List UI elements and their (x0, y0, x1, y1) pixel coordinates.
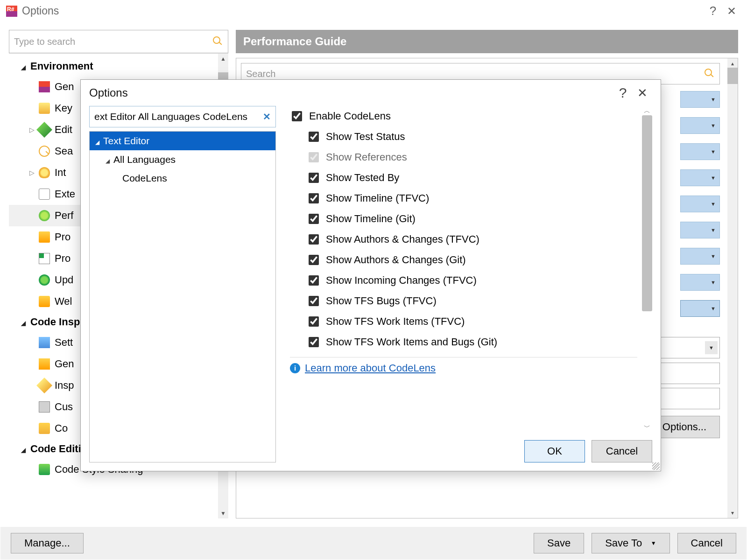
chevron-down-icon: ▼ (711, 306, 716, 311)
setting-dropdown-1[interactable]: ▼ (680, 91, 720, 108)
setting-dropdown-9[interactable]: ▼ (680, 300, 720, 317)
update-icon (39, 274, 50, 286)
tree-group-environment[interactable]: Environment (9, 56, 228, 76)
chevron-down-icon: ▼ (711, 97, 716, 102)
chevron-down-icon: ▼ (711, 280, 716, 285)
chevron-down-icon: ▼ (705, 341, 718, 354)
checkbox-show-timeline-tfvc[interactable]: Show Timeline (TFVC) (290, 188, 652, 209)
setting-dropdown-5[interactable]: ▼ (680, 196, 720, 212)
scroll-down-icon[interactable]: ▾ (727, 510, 738, 516)
dialog-search-text: ext Editor All Languages CodeLens (94, 111, 247, 122)
scroll-thumb[interactable] (727, 68, 738, 84)
options-search-input[interactable]: Type to search (9, 30, 228, 53)
scroll-down-icon[interactable]: ﹀ (642, 423, 652, 432)
custom-icon (39, 401, 50, 413)
user-icon (39, 337, 50, 348)
setting-dropdown-2[interactable]: ▼ (680, 117, 720, 134)
checkbox-show-tfs-workitems[interactable]: Show TFS Work Items (TFVC) (290, 311, 652, 332)
search-placeholder: Type to search (14, 36, 75, 47)
chevron-down-icon: ▼ (711, 149, 716, 154)
checkbox-show-tested-by[interactable]: Show Tested By (290, 168, 652, 188)
setting-dropdown-6[interactable]: ▼ (680, 222, 720, 238)
resharper-logo-icon (6, 6, 17, 17)
bulb-icon (39, 167, 50, 178)
dialog-help-button[interactable]: ? (613, 85, 633, 101)
dialog-close-button[interactable]: ✕ (633, 86, 652, 100)
info-row: i Learn more about CodeLens (290, 362, 652, 374)
chevron-down-icon: ▼ (711, 175, 716, 181)
cancel-button[interactable]: Cancel (677, 533, 736, 553)
checkbox-show-authors-git[interactable]: Show Authors & Changes (Git) (290, 250, 652, 270)
checkbox-show-references[interactable]: Show References (290, 147, 652, 168)
search-icon (213, 36, 223, 47)
divider (290, 357, 637, 357)
setting-dropdown-8[interactable]: ▼ (680, 274, 720, 291)
code-icon (39, 423, 50, 434)
pencil-icon (36, 122, 52, 138)
info-icon: i (290, 363, 300, 373)
extension-icon (39, 189, 50, 200)
chevron-down-icon: ▼ (711, 123, 716, 128)
setting-dropdown-4[interactable]: ▼ (680, 169, 720, 186)
performance-icon (39, 210, 50, 221)
dialog-tree: Text Editor All Languages CodeLens (89, 131, 276, 462)
search-icon (39, 146, 50, 157)
checkbox-show-authors-tfvc[interactable]: Show Authors & Changes (TFVC) (290, 229, 652, 250)
setting-dropdown-3[interactable]: ▼ (680, 143, 720, 160)
learn-more-link[interactable]: Learn more about CodeLens (305, 362, 436, 374)
options-scrollbar[interactable]: ︿ ﹀ (642, 106, 652, 433)
scroll-down-icon[interactable]: ▼ (218, 510, 228, 517)
panel-title: Performance Guide (236, 30, 738, 53)
grid-icon (39, 253, 50, 264)
resharper-icon (39, 81, 50, 92)
checkbox-show-test-status[interactable]: Show Test Status (290, 126, 652, 147)
pencil-icon (36, 378, 52, 393)
dialog-tree-text-editor[interactable]: Text Editor (90, 132, 275, 150)
checkbox-show-incoming-tfvc[interactable]: Show Incoming Changes (TFVC) (290, 270, 652, 291)
panel-scrollbar[interactable]: ▴▾ (727, 58, 738, 518)
resize-grip[interactable] (652, 462, 660, 470)
dialog-tree-codelens[interactable]: CodeLens (90, 169, 275, 188)
scroll-thumb[interactable] (642, 115, 652, 311)
dialog-search-input[interactable]: ext Editor All Languages CodeLens ✕ (89, 106, 276, 127)
chevron-down-icon: ▼ (651, 540, 656, 546)
chevron-down-icon: ▼ (711, 227, 716, 233)
key-icon (39, 103, 50, 114)
search-icon (705, 69, 715, 79)
save-to-button[interactable]: Save To ▼ (592, 533, 669, 553)
checkbox-show-tfs-bugs[interactable]: Show TFS Bugs (TFVC) (290, 291, 652, 311)
scroll-up-icon[interactable]: ︿ (642, 107, 652, 115)
save-button[interactable]: Save (534, 533, 584, 553)
dialog-cancel-button[interactable]: Cancel (592, 440, 652, 462)
window-title: Options (22, 5, 704, 17)
dialog-ok-button[interactable]: OK (524, 440, 585, 462)
window-close-button[interactable]: ✕ (722, 5, 741, 18)
window-help-button[interactable]: ? (704, 4, 722, 18)
main-titlebar: Options ? ✕ (0, 0, 747, 21)
clear-search-button[interactable]: ✕ (263, 111, 271, 122)
setting-dropdown-7[interactable]: ▼ (680, 248, 720, 265)
chevron-down-icon: ▼ (711, 201, 716, 207)
dialog-title: Options (89, 86, 128, 99)
share-icon (39, 464, 50, 475)
checkbox-show-tfs-workitems-git[interactable]: Show TFS Work Items and Bugs (Git) (290, 332, 652, 352)
manage-button[interactable]: Manage... (11, 533, 84, 553)
chevron-down-icon: ▼ (711, 253, 716, 259)
nested-options-dialog: Options ? ✕ ext Editor All Languages Cod… (80, 79, 661, 471)
web-icon (39, 296, 50, 307)
footer-button-bar: Manage... Save Save To ▼ Cancel (0, 527, 747, 560)
gear-icon (39, 358, 50, 370)
scroll-up-icon[interactable]: ▴ (727, 60, 738, 67)
scroll-up-icon[interactable]: ▲ (218, 56, 228, 62)
checkbox-show-timeline-git[interactable]: Show Timeline (Git) (290, 209, 652, 229)
dialog-tree-all-languages[interactable]: All Languages (90, 150, 275, 169)
mail-icon (39, 231, 50, 243)
checkbox-enable-codelens[interactable]: Enable CodeLens (290, 106, 652, 126)
